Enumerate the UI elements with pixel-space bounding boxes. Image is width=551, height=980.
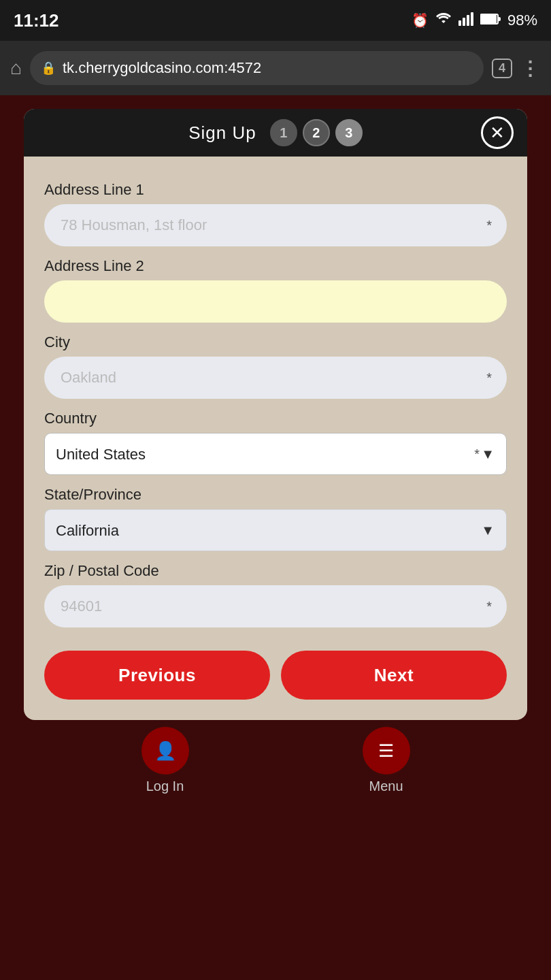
city-input[interactable]: [44, 357, 507, 399]
address-line2-input[interactable]: [44, 280, 507, 323]
browser-url-text: tk.cherrygoldcasino.com:4572: [63, 59, 473, 77]
svg-rect-5: [481, 15, 497, 23]
wifi-icon: [435, 12, 452, 29]
svg-rect-2: [467, 15, 469, 26]
battery-icon: [480, 13, 501, 29]
zip-input[interactable]: [44, 585, 507, 627]
svg-rect-1: [463, 18, 465, 26]
status-time: 11:12: [14, 10, 59, 31]
menu-circle: ☰: [363, 727, 410, 774]
browser-tab-count[interactable]: 4: [492, 59, 512, 78]
svg-rect-0: [458, 20, 461, 26]
country-select[interactable]: United States Canada United Kingdom: [44, 433, 507, 475]
browser-home-icon[interactable]: ⌂: [10, 57, 22, 79]
zip-wrapper: *: [44, 585, 507, 627]
bottom-nav-menu[interactable]: ☰ Menu: [363, 727, 410, 794]
lock-icon: 🔒: [41, 61, 56, 76]
bottom-nav-login[interactable]: 👤 Log In: [141, 727, 189, 794]
login-icon: 👤: [154, 740, 176, 762]
status-bar: 11:12 ⏰: [0, 0, 551, 41]
login-label: Log In: [146, 779, 184, 794]
battery-percent: 98%: [507, 12, 537, 29]
address-line1-input[interactable]: [44, 204, 507, 246]
menu-icon: ☰: [378, 740, 394, 762]
state-wrapper: Alabama Alaska California Colorado Flori…: [44, 509, 507, 551]
signup-modal: Sign Up 1 2 3 ✕ Address Line 1 *: [24, 109, 527, 720]
country-label: Country: [44, 410, 507, 427]
zip-label: Zip / Postal Code: [44, 562, 507, 580]
menu-label: Menu: [369, 779, 403, 794]
browser-bar: ⌂ 🔒 tk.cherrygoldcasino.com:4572 4 ⋮: [0, 41, 551, 95]
previous-button[interactable]: Previous: [44, 651, 270, 700]
bottom-nav-area: 👤 Log In ☰ Menu: [0, 720, 551, 801]
modal-buttons: Previous Next: [24, 634, 527, 700]
svg-rect-3: [471, 12, 473, 26]
next-button[interactable]: Next: [281, 651, 507, 700]
step-2[interactable]: 2: [303, 119, 330, 146]
state-select[interactable]: Alabama Alaska California Colorado Flori…: [44, 509, 507, 551]
status-icons: ⏰ 98%: [412, 12, 537, 29]
address-line1-wrapper: *: [44, 204, 507, 246]
state-label: State/Province: [44, 486, 507, 504]
step-1[interactable]: 1: [270, 119, 297, 146]
svg-rect-6: [498, 17, 501, 21]
address-line2-wrapper: [44, 280, 507, 323]
page-background: Sign Up 1 2 3 ✕ Address Line 1 *: [0, 95, 551, 980]
modal-header: Sign Up 1 2 3 ✕: [24, 109, 527, 157]
browser-menu-dots[interactable]: ⋮: [520, 57, 541, 80]
login-circle: 👤: [141, 727, 189, 774]
city-label: City: [44, 333, 507, 351]
address-line1-label: Address Line 1: [44, 181, 507, 199]
browser-url-bar[interactable]: 🔒 tk.cherrygoldcasino.com:4572: [30, 51, 484, 85]
step-3[interactable]: 3: [335, 119, 363, 146]
signal-icon: [458, 12, 473, 29]
alarm-icon: ⏰: [412, 12, 429, 29]
modal-steps: 1 2 3: [270, 119, 363, 146]
close-button[interactable]: ✕: [481, 116, 514, 149]
city-wrapper: *: [44, 357, 507, 399]
country-wrapper: United States Canada United Kingdom * ▼: [44, 433, 507, 475]
modal-title: Sign Up: [188, 122, 256, 144]
modal-body: Address Line 1 * Address Line 2 City * C…: [24, 157, 527, 634]
address-line2-label: Address Line 2: [44, 257, 507, 275]
